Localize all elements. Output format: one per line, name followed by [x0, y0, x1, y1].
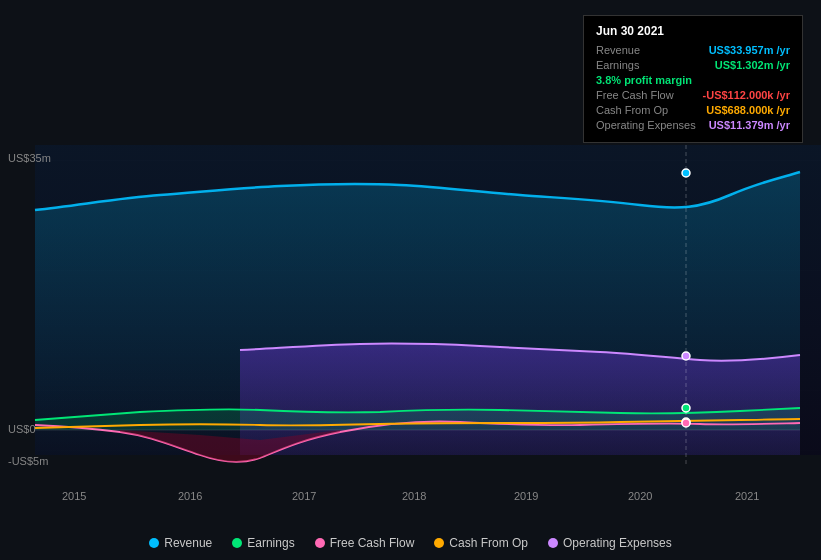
legend-dot-opex: [548, 538, 558, 548]
legend-label-earnings: Earnings: [247, 536, 294, 550]
tooltip-value-revenue: US$33.957m /yr: [709, 44, 790, 56]
svg-point-3: [682, 352, 690, 360]
legend-label-revenue: Revenue: [164, 536, 212, 550]
chart-legend: Revenue Earnings Free Cash Flow Cash Fro…: [0, 536, 821, 550]
tooltip-label-fcf: Free Cash Flow: [596, 89, 674, 101]
x-label-2021: 2021: [735, 490, 759, 502]
tooltip-label-earnings: Earnings: [596, 59, 639, 71]
tooltip-row-fcf: Free Cash Flow -US$112.000k /yr: [596, 89, 790, 101]
legend-item-earnings[interactable]: Earnings: [232, 536, 294, 550]
x-label-2019: 2019: [514, 490, 538, 502]
x-label-2018: 2018: [402, 490, 426, 502]
legend-item-cashfromop[interactable]: Cash From Op: [434, 536, 528, 550]
legend-item-opex[interactable]: Operating Expenses: [548, 536, 672, 550]
tooltip-value-opex: US$11.379m /yr: [709, 119, 790, 131]
tooltip-label-opex: Operating Expenses: [596, 119, 696, 131]
tooltip-row-earnings: Earnings US$1.302m /yr: [596, 59, 790, 71]
legend-dot-revenue: [149, 538, 159, 548]
svg-point-2: [682, 169, 690, 177]
svg-point-6: [682, 419, 690, 427]
chart-container: US$35m US$0 -US$5m 2015 2016 2017 2018 2…: [0, 0, 821, 560]
tooltip-label-cashfromop: Cash From Op: [596, 104, 668, 116]
tooltip-box: Jun 30 2021 Revenue US$33.957m /yr Earni…: [583, 15, 803, 143]
x-label-2017: 2017: [292, 490, 316, 502]
legend-item-fcf[interactable]: Free Cash Flow: [315, 536, 415, 550]
y-label-zero: US$0: [8, 423, 36, 435]
tooltip-row-cashfromop: Cash From Op US$688.000k /yr: [596, 104, 790, 116]
legend-label-opex: Operating Expenses: [563, 536, 672, 550]
tooltip-row-revenue: Revenue US$33.957m /yr: [596, 44, 790, 56]
tooltip-row-opex: Operating Expenses US$11.379m /yr: [596, 119, 790, 131]
x-label-2015: 2015: [62, 490, 86, 502]
x-label-2016: 2016: [178, 490, 202, 502]
tooltip-value-cashfromop: US$688.000k /yr: [706, 104, 790, 116]
legend-label-fcf: Free Cash Flow: [330, 536, 415, 550]
legend-dot-cashfromop: [434, 538, 444, 548]
svg-point-4: [682, 404, 690, 412]
tooltip-date: Jun 30 2021: [596, 24, 790, 38]
legend-item-revenue[interactable]: Revenue: [149, 536, 212, 550]
y-label-top: US$35m: [8, 152, 51, 164]
tooltip-value-fcf: -US$112.000k /yr: [703, 89, 790, 101]
legend-dot-fcf: [315, 538, 325, 548]
y-label-bottom: -US$5m: [8, 455, 48, 467]
tooltip-value-earnings: US$1.302m /yr: [715, 59, 790, 71]
tooltip-profit-margin: 3.8% profit margin: [596, 74, 790, 86]
tooltip-label-revenue: Revenue: [596, 44, 640, 56]
x-label-2020: 2020: [628, 490, 652, 502]
legend-dot-earnings: [232, 538, 242, 548]
legend-label-cashfromop: Cash From Op: [449, 536, 528, 550]
